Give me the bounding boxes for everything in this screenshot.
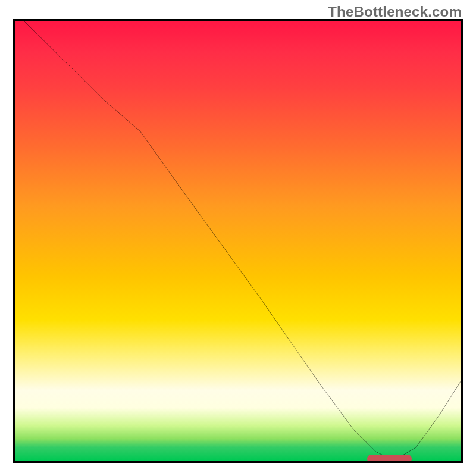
optimal-range-marker <box>367 455 412 463</box>
chart-area <box>13 19 463 463</box>
bottleneck-curve-line <box>15 21 461 461</box>
watermark-text: TheBottleneck.com <box>328 4 462 20</box>
